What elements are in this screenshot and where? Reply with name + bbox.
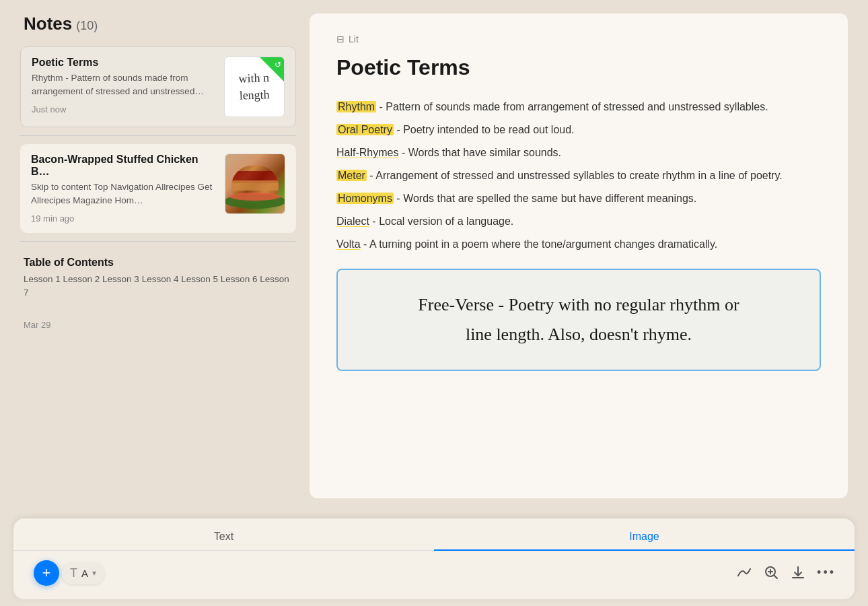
sync-icon: ↺: [275, 60, 281, 69]
handwriting-thumbnail: with nlength: [233, 64, 276, 110]
add-button[interactable]: +: [34, 560, 59, 586]
note-card-poetic-terms-title: Poetic Terms: [32, 57, 217, 69]
zoom-icon: [763, 564, 779, 580]
note-card-bacon-chicken-time: 19 min ago: [31, 213, 218, 224]
term-oral-poetry: Oral Poetry - Poetry intended to be read…: [336, 122, 821, 138]
toolbar-tabs: Text Image: [13, 524, 855, 551]
term-meter-word: Meter: [336, 170, 367, 181]
term-rhythm: Rhythm - Pattern of sounds made from arr…: [336, 99, 821, 115]
note-card-poetic-terms-content: Poetic Terms Rhythm - Pattern of sounds …: [32, 57, 217, 114]
font-selector[interactable]: T A ▾: [62, 562, 104, 584]
sidebar-header: Notes (10): [20, 13, 296, 34]
note-card-bacon-chicken-thumb: [225, 154, 285, 214]
term-volta-def: - A turning point in a poem where the to…: [363, 238, 717, 250]
divider-2: [20, 241, 296, 242]
note-card-bacon-chicken-preview: Skip to content Top Navigation Allrecipe…: [31, 180, 218, 208]
note-card-toc-preview: Lesson 1 Lesson 2 Lesson 3 Lesson 4 Less…: [24, 273, 293, 300]
add-icon: +: [42, 564, 51, 582]
breadcrumb-text: Lit: [349, 34, 359, 44]
term-oral-poetry-def: - Poetry intended to be read out loud.: [396, 124, 574, 135]
font-label: A: [81, 568, 88, 579]
term-rhythm-word: Rhythm: [336, 101, 376, 112]
tab-image[interactable]: Image: [434, 524, 855, 551]
term-homonyms-def: - Words that are spelled the same but ha…: [396, 193, 696, 204]
divider-1: [20, 135, 296, 136]
floating-controls: + T A ▾: [34, 560, 104, 586]
term-dialect-def: - Local version of a language.: [372, 215, 513, 227]
more-button[interactable]: •••: [811, 560, 841, 585]
term-dialect: Dialect - Local version of a language.: [336, 213, 821, 230]
zoom-button[interactable]: [758, 559, 785, 586]
food-thumbnail: [225, 154, 285, 213]
toc-date: Mar 29: [20, 320, 296, 330]
term-dialect-word: Dialect: [336, 215, 369, 227]
note-card-toc-title: Table of Contents: [24, 257, 293, 269]
scribble-icon: [736, 564, 752, 580]
term-rhythm-def: - Pattern of sounds made from arrangemen…: [379, 101, 768, 112]
download-icon: [790, 564, 806, 580]
download-button[interactable]: [785, 559, 811, 586]
term-volta-word: Volta: [336, 238, 361, 250]
note-main-title: Poetic Terms: [336, 55, 821, 80]
note-card-bacon-chicken-title: Bacon-Wrapped Stuffed Chicken B…: [31, 154, 218, 178]
tab-text[interactable]: Text: [13, 524, 434, 551]
term-half-rhymes-def: - Words that have similar sounds.: [402, 147, 561, 158]
handwriting-content-box: Free-Verse - Poetry with no regular rhyt…: [336, 269, 821, 371]
note-card-bacon-chicken-content: Bacon-Wrapped Stuffed Chicken B… Skip to…: [31, 154, 218, 224]
term-homonyms-word: Homonyms: [336, 193, 394, 204]
more-icon: •••: [817, 566, 836, 580]
sidebar-title: Notes: [24, 13, 72, 34]
term-homonyms: Homonyms - Words that are spelled the sa…: [336, 191, 821, 207]
note-card-poetic-terms-thumb: with nlength ↺: [224, 57, 285, 117]
sidebar-count: (10): [76, 19, 98, 33]
scribble-button[interactable]: [731, 559, 758, 586]
term-meter: Meter - Arrangement of stressed and unst…: [336, 168, 821, 184]
breadcrumb: ⊟ Lit: [336, 34, 821, 44]
note-card-table-of-contents[interactable]: Table of Contents Lesson 1 Lesson 2 Less…: [20, 250, 296, 307]
svg-line-1: [774, 576, 778, 579]
term-volta: Volta - A turning point in a poem where …: [336, 236, 821, 252]
toolbar-actions: + T A ▾: [13, 551, 855, 594]
term-half-rhymes-word: Half-Rhymes: [336, 147, 398, 158]
sidebar: Notes (10) Poetic Terms Rhythm - Pattern…: [20, 13, 303, 498]
chevron-down-icon: ▾: [92, 568, 96, 578]
bottom-toolbar: Text Image + T A ▾: [13, 518, 855, 599]
note-card-poetic-terms[interactable]: Poetic Terms Rhythm - Pattern of sounds …: [20, 46, 296, 127]
main-content: ⊟ Lit Poetic Terms Rhythm - Pattern of s…: [310, 13, 848, 498]
term-half-rhymes: Half-Rhymes - Words that have similar so…: [336, 145, 821, 161]
note-card-poetic-terms-preview: Rhythm - Pattern of sounds made from arr…: [32, 71, 217, 99]
term-meter-def: - Arrangement of stressed and unstressed…: [369, 170, 782, 181]
font-selector-icon: T: [70, 566, 77, 580]
handwriting-content-text: Free-Verse - Poetry with no regular rhyt…: [418, 290, 739, 349]
breadcrumb-icon: ⊟: [336, 34, 345, 44]
note-card-bacon-chicken[interactable]: Bacon-Wrapped Stuffed Chicken B… Skip to…: [20, 144, 296, 233]
term-oral-poetry-word: Oral Poetry: [336, 124, 394, 135]
note-card-poetic-terms-time: Just now: [32, 104, 217, 114]
